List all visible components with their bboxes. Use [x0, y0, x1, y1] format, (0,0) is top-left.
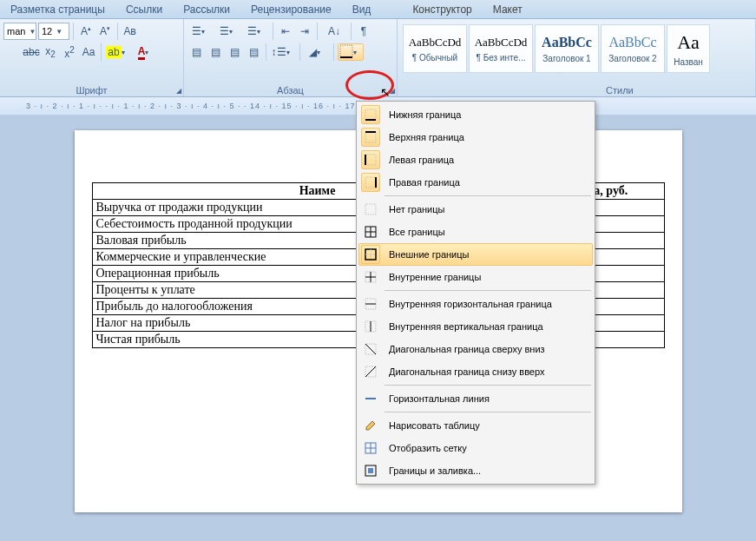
shading-button[interactable]: ◢▾ [304, 43, 330, 61]
style-sample: AaBbCc [542, 35, 592, 50]
menu-borders-shading[interactable]: Границы и заливка... [358, 459, 593, 482]
eraser-icon: Aʙ [123, 25, 136, 37]
chevron-down-icon: ▾ [229, 28, 238, 36]
gridlines-icon [361, 439, 380, 458]
chevron-down-icon: ▼ [56, 28, 62, 36]
subscript-button[interactable]: x2 [42, 43, 59, 61]
paragraph-dialog-launcher[interactable]: ◢ [390, 87, 395, 95]
font-color-icon: A [138, 45, 146, 60]
menu-label: Все границы [389, 227, 587, 237]
menu-label: Левая граница [389, 155, 587, 165]
style-title[interactable]: Aa Назван [667, 24, 710, 73]
ribbon: man ▼ 12 ▼ A▴ A▾ Aʙ abc x2 x2 Aa ab▾ A▾ … [0, 19, 756, 97]
menu-view-gridlines[interactable]: Отобразить сетку [358, 437, 593, 459]
menu-label: Границы и заливка... [389, 465, 587, 476]
superscript-button[interactable]: x2 [61, 43, 78, 61]
show-marks-button[interactable]: ¶ [355, 23, 372, 40]
chevron-down-icon: ▼ [29, 28, 36, 36]
menu-label: Диагональная граница снизу вверх [389, 366, 587, 377]
align-right-button[interactable]: ▤ [226, 43, 243, 61]
indent-increase-button[interactable]: ⇥ [296, 23, 313, 40]
tab-references[interactable]: Ссылки [115, 1, 173, 18]
pilcrow-icon: ¶ [361, 25, 366, 37]
style-label: Назван [674, 57, 703, 67]
bullets-icon: ☰ [192, 25, 201, 37]
menu-right-border[interactable]: Правая граница [358, 171, 593, 194]
top-border-icon [361, 128, 380, 147]
font-dialog-launcher[interactable]: ◢ [176, 87, 181, 95]
outside-borders-icon [361, 245, 380, 264]
clear-formatting-button[interactable]: Aʙ [122, 23, 139, 40]
menu-top-border[interactable]: Верхняя граница [358, 126, 593, 148]
indent-decrease-button[interactable]: ⇤ [277, 23, 294, 40]
tab-view[interactable]: Вид [342, 1, 382, 18]
menu-no-border[interactable]: Нет границы [358, 198, 593, 221]
numbering-button[interactable]: ☰▾ [215, 23, 241, 40]
highlight-button[interactable]: ab▾ [105, 43, 131, 61]
menu-bottom-border[interactable]: Нижняя граница [358, 103, 593, 126]
diagonal-up-icon [361, 362, 380, 381]
horizontal-line-icon [361, 389, 380, 408]
change-case-button[interactable]: Aa [80, 43, 97, 61]
align-center-button[interactable]: ▤ [207, 43, 224, 61]
menu-diagonal-up[interactable]: Диагональная граница снизу вверх [358, 360, 593, 383]
menu-inside-horizontal[interactable]: Внутренняя горизонтальная граница [358, 293, 593, 315]
font-color-button[interactable]: A▾ [133, 43, 159, 61]
font-size-value: 12 [42, 26, 52, 36]
svg-rect-10 [365, 204, 376, 214]
bullets-button[interactable]: ☰▾ [187, 23, 214, 40]
svg-rect-0 [340, 45, 352, 57]
font-name-combo[interactable]: man ▼ [3, 23, 36, 40]
tab-page-layout[interactable]: Разметка страницы [0, 1, 115, 18]
tab-table-layout[interactable]: Макет [483, 1, 533, 18]
menu-inside-borders[interactable]: Внутренние границы [358, 266, 593, 288]
borders-button[interactable]: ▾ [338, 43, 364, 61]
menu-draw-table[interactable]: Нарисовать таблицу [358, 414, 593, 437]
left-border-icon [361, 150, 380, 169]
sort-button[interactable]: A↓ [321, 23, 347, 40]
shrink-font-button[interactable]: A▾ [96, 23, 114, 40]
group-font: man ▼ 12 ▼ A▴ A▾ Aʙ abc x2 x2 Aa ab▾ A▾ … [0, 19, 184, 96]
tab-mailings[interactable]: Рассылки [173, 1, 240, 18]
right-border-icon [361, 173, 380, 192]
style-normal[interactable]: AaBbCcDd ¶ Обычный [403, 24, 467, 73]
multilevel-icon: ☰ [247, 25, 257, 37]
tab-table-design[interactable]: Конструктор [402, 1, 482, 18]
group-styles-label: Стили [606, 85, 634, 96]
menu-label: Диагональная граница сверху вниз [389, 344, 587, 354]
menu-label: Нижняя граница [389, 109, 587, 120]
font-name-value: man [7, 26, 25, 36]
align-left-button[interactable]: ▤ [187, 43, 205, 61]
menu-separator [385, 385, 591, 386]
align-right-icon: ▤ [230, 46, 240, 58]
style-no-spacing[interactable]: AaBbCcDd ¶ Без инте... [469, 24, 533, 73]
strikethrough-icon: abc [23, 46, 39, 58]
menu-label: Нет границы [389, 204, 587, 214]
menu-label: Внутренние границы [389, 272, 587, 282]
svg-rect-2 [365, 109, 376, 120]
menu-diagonal-down[interactable]: Диагональная граница сверху вниз [358, 338, 593, 360]
group-paragraph: ☰▾ ☰▾ ☰▾ ⇤ ⇥ A↓ ¶ ▤ ▤ ▤ ▤ ↕☰▾ ◢▾ [184, 19, 398, 96]
menu-inside-vertical[interactable]: Внутренняя вертикальная граница [358, 315, 593, 338]
grow-font-button[interactable]: A▴ [77, 23, 95, 40]
chevron-down-icon: ▾ [145, 49, 154, 56]
style-sample: AaBbCcDd [409, 36, 462, 49]
style-label: ¶ Обычный [412, 53, 457, 63]
menu-left-border[interactable]: Левая граница [358, 148, 593, 171]
menu-label: Внутренняя горизонтальная граница [389, 299, 587, 309]
multilevel-button[interactable]: ☰▾ [243, 23, 269, 40]
strikethrough-button[interactable]: abc [23, 43, 40, 61]
paint-bucket-icon: ◢ [309, 46, 317, 58]
style-heading2[interactable]: AaBbCc Заголовок 2 [601, 24, 665, 73]
tab-review[interactable]: Рецензирование [240, 1, 342, 18]
menu-separator [385, 195, 591, 196]
font-size-combo[interactable]: 12 ▼ [38, 23, 69, 40]
line-spacing-button[interactable]: ↕☰▾ [270, 43, 296, 61]
menu-horizontal-line[interactable]: Горизонтальная линия [358, 387, 593, 410]
menu-all-borders[interactable]: Все границы [358, 221, 593, 243]
menu-outside-borders[interactable]: Внешние границы [358, 243, 593, 266]
style-heading1[interactable]: AaBbCc Заголовок 1 [535, 24, 599, 73]
align-justify-button[interactable]: ▤ [245, 43, 262, 61]
svg-line-27 [365, 366, 376, 377]
align-justify-icon: ▤ [249, 46, 259, 58]
